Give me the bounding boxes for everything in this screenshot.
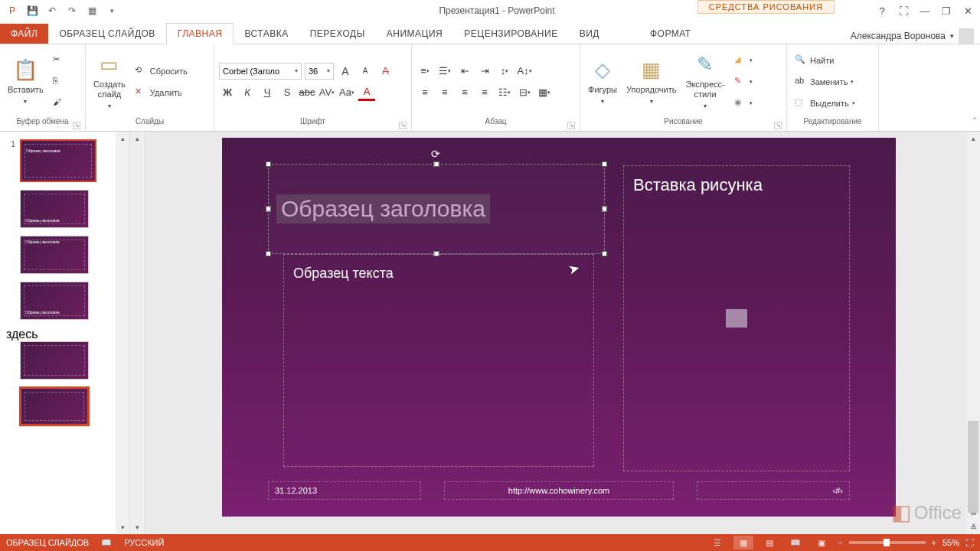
tab-slide-master[interactable]: ОБРАЗЕЦ СЛАЙДОВ: [48, 24, 165, 44]
footer-placeholder[interactable]: http://www.cohowinery.com: [444, 481, 674, 500]
clipboard-launcher-icon[interactable]: ↘: [73, 122, 80, 129]
align-right-button[interactable]: ≡: [456, 84, 473, 101]
reset-button[interactable]: ⟲Сбросить: [132, 63, 191, 80]
collapse-ribbon-icon[interactable]: ˄: [972, 116, 977, 127]
align-center-button[interactable]: ≡: [436, 84, 453, 101]
slide-canvas[interactable]: ⟳ Образец заголовка Образец текста Встав: [222, 138, 896, 517]
splitter[interactable]: ▴ ▾: [130, 132, 145, 534]
zoom-level[interactable]: 55%: [942, 538, 959, 547]
line-spacing-button[interactable]: ↕▾: [496, 63, 513, 80]
thumbnail-pane[interactable]: 1 Образец заголовка Образец заголовка Об…: [0, 132, 130, 534]
format-painter-button[interactable]: 🖌: [50, 95, 68, 112]
arrange-button[interactable]: ▦Упорядочить▾: [623, 47, 679, 116]
font-launcher-icon[interactable]: ↘: [399, 122, 407, 129]
drawing-launcher-icon[interactable]: ↘: [774, 122, 782, 129]
smartart-button[interactable]: ▦▾: [536, 84, 553, 101]
date-placeholder[interactable]: 31.12.2013: [268, 481, 421, 500]
save-icon[interactable]: 💾: [23, 2, 41, 20]
user-name[interactable]: Александра Воронова: [851, 31, 946, 41]
bold-button[interactable]: Ж: [219, 84, 236, 101]
tab-insert[interactable]: ВСТАВКА: [234, 24, 299, 44]
spell-icon[interactable]: 📖: [101, 538, 112, 548]
underline-button[interactable]: Ч: [259, 84, 276, 101]
shape-fill-button[interactable]: ◢▾: [731, 52, 756, 69]
user-menu-caret-icon[interactable]: ▾: [950, 32, 954, 40]
tab-transitions[interactable]: ПЕРЕХОДЫ: [299, 24, 376, 44]
paragraph-launcher-icon[interactable]: ↘: [567, 122, 575, 129]
undo-icon[interactable]: ↶: [43, 2, 61, 20]
cut-button[interactable]: ✂: [50, 52, 68, 69]
canvas-scroll-up-icon[interactable]: ▴: [966, 132, 980, 145]
zoom-out-button[interactable]: −: [838, 538, 842, 547]
copy-button[interactable]: ⎘: [50, 73, 68, 90]
layout-thumbnail-5[interactable]: [20, 387, 89, 425]
scroll-up-icon[interactable]: ▴: [116, 132, 129, 145]
char-spacing-button[interactable]: AV▾: [318, 84, 335, 101]
grow-font-button[interactable]: A: [337, 63, 354, 80]
font-name-combo[interactable]: Corbel (Заголо▾: [219, 63, 302, 80]
find-button[interactable]: 🔍Найти: [792, 52, 858, 69]
rotate-handle-icon[interactable]: ⟳: [431, 148, 442, 158]
bullets-button[interactable]: ≡▾: [416, 63, 433, 80]
body-placeholder[interactable]: Образец текста: [283, 254, 594, 467]
shapes-button[interactable]: ◇Фигуры▾: [585, 47, 620, 116]
font-size-combo[interactable]: 36▾: [305, 63, 334, 80]
layout-thumbnail-3[interactable]: Образец заголовка: [20, 282, 89, 320]
layout-thumbnail-1[interactable]: Образец заголовка: [20, 190, 89, 228]
font-color-button[interactable]: A: [358, 84, 375, 101]
sorter-view-button[interactable]: ▤: [760, 536, 779, 549]
avatar[interactable]: [959, 28, 974, 44]
slidenum-placeholder[interactable]: ‹#›: [697, 481, 850, 500]
title-placeholder-text[interactable]: Образец заголовка: [276, 194, 490, 223]
tab-view[interactable]: ВИД: [569, 24, 610, 44]
new-slide-button[interactable]: ▭ Создать слайд ▾: [90, 47, 129, 116]
layout-thumbnail-4[interactable]: [20, 341, 89, 380]
increase-indent-button[interactable]: ⇥: [476, 63, 493, 80]
align-left-button[interactable]: ≡: [416, 84, 433, 101]
canvas-scrollbar[interactable]: ▴ ▾ ≙ ≚: [966, 132, 980, 534]
master-thumbnail[interactable]: Образец заголовка: [20, 139, 96, 182]
text-direction-button[interactable]: A↕▾: [516, 63, 533, 80]
align-text-button[interactable]: ⊟▾: [516, 84, 533, 101]
shrink-font-button[interactable]: A: [357, 63, 374, 80]
thumbnail-scrollbar[interactable]: ▴ ▾: [116, 132, 129, 534]
tab-animation[interactable]: АНИМАЦИЯ: [376, 24, 453, 44]
tab-format[interactable]: ФОРМАТ: [639, 24, 702, 44]
replace-button[interactable]: abЗаменить▾: [792, 73, 858, 90]
quick-styles-button[interactable]: ✎Экспресс- стили▾: [682, 47, 727, 116]
tab-review[interactable]: РЕЦЕНЗИРОВАНИЕ: [453, 24, 568, 44]
numbering-button[interactable]: ☰▾: [436, 63, 453, 80]
ribbon-options-icon[interactable]: ⛶: [894, 2, 913, 20]
strike-button[interactable]: abc: [299, 84, 315, 101]
fit-button[interactable]: ⛶: [965, 538, 974, 547]
paste-button[interactable]: 📋 Вставить ▾: [5, 47, 47, 116]
italic-button[interactable]: К: [239, 84, 256, 101]
picture-placeholder[interactable]: Вставка рисунка: [623, 165, 850, 471]
shape-effects-button[interactable]: ◉▾: [731, 95, 756, 112]
tab-file[interactable]: ФАЙЛ: [0, 24, 48, 44]
scroll-down-icon[interactable]: ▾: [116, 520, 129, 534]
shape-outline-button[interactable]: ✎▾: [731, 73, 756, 90]
minimize-icon[interactable]: —: [916, 2, 934, 20]
layout-thumbnail-2[interactable]: Образец заголовка: [20, 236, 89, 274]
slideshow-button[interactable]: ▣: [812, 536, 831, 549]
change-case-button[interactable]: Aa▾: [338, 84, 355, 101]
justify-button[interactable]: ≡: [476, 84, 493, 101]
normal-view-button[interactable]: ▦: [733, 536, 753, 549]
zoom-slider[interactable]: [849, 541, 926, 544]
qat-customize-icon[interactable]: ▾: [103, 2, 121, 20]
tab-home[interactable]: ГЛАВНАЯ: [166, 23, 234, 44]
delete-button[interactable]: ✕Удалить: [132, 84, 191, 101]
select-button[interactable]: ⬚Выделить▾: [792, 95, 858, 112]
columns-button[interactable]: ☷▾: [496, 84, 513, 101]
next-slide-icon[interactable]: ≚: [966, 520, 980, 534]
reading-view-button[interactable]: 📖: [786, 536, 805, 549]
from-beginning-icon[interactable]: ▦: [83, 2, 101, 20]
clear-format-button[interactable]: A̶: [377, 63, 394, 80]
notes-button[interactable]: ☰: [707, 536, 727, 549]
title-placeholder-frame[interactable]: ⟳ Образец заголовка: [268, 164, 605, 254]
redo-icon[interactable]: ↷: [63, 2, 81, 20]
decrease-indent-button[interactable]: ⇤: [456, 63, 473, 80]
picture-icon[interactable]: [726, 309, 747, 328]
status-language[interactable]: РУССКИЙ: [124, 538, 164, 547]
